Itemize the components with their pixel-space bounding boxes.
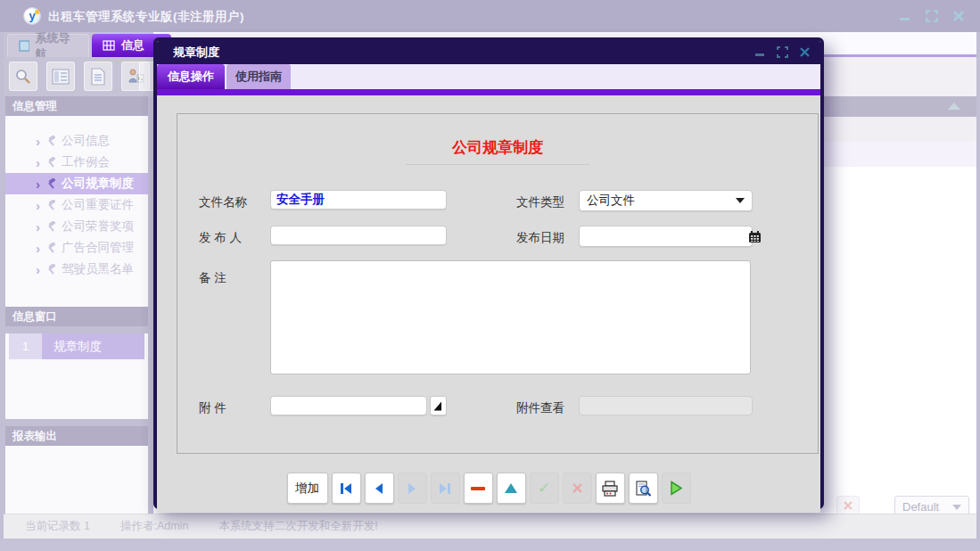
x-icon — [843, 500, 853, 511]
hammer-icon — [45, 264, 56, 275]
print-preview-icon — [634, 481, 652, 497]
window-close-button[interactable] — [950, 7, 968, 25]
open-window-row[interactable]: 1 规章制度 — [5, 333, 148, 359]
print-button[interactable] — [596, 473, 625, 504]
status-message: 本系统支持二次开发和全新开发! — [218, 519, 377, 534]
sidebar-item-label: 驾驶员黑名单 — [62, 261, 134, 277]
app-logo-icon: y — [24, 8, 40, 24]
window-titlebar: y 出租车管理系统专业版(非注册用户) — [0, 0, 980, 32]
sidebar-item-driver-blacklist[interactable]: › 驾驶员黑名单 — [5, 259, 148, 280]
hammer-icon — [45, 157, 56, 168]
publisher-label: 发 布 人 — [199, 230, 242, 246]
status-record-count: 当前记录数 1 — [25, 519, 90, 534]
attachment-browse-button[interactable] — [430, 396, 447, 415]
sidebar-item-company-awards[interactable]: › 公司荣誉奖项 — [5, 216, 148, 237]
tab-label: 信息操作 — [168, 69, 214, 85]
dialog-content: 公司规章制度 文件名称 文件类型 公司文件 发 布 人 发布日期 备 — [157, 95, 820, 513]
status-operator: 操作者:Admin — [120, 519, 188, 534]
sidebar-item-ad-contracts[interactable]: › 广告合同管理 — [5, 237, 148, 259]
next-record-button[interactable] — [398, 473, 427, 504]
search-icon — [14, 68, 32, 86]
sidebar-panel-header-report-output[interactable]: 报表输出 — [5, 426, 148, 446]
accent-bar — [157, 89, 820, 95]
window-minimize-button[interactable] — [896, 7, 914, 25]
window-pane-icon — [19, 40, 29, 52]
tab-system-navigation[interactable]: 系统导航 — [7, 34, 89, 57]
window-maximize-button[interactable] — [923, 7, 941, 25]
calendar-icon — [748, 230, 762, 243]
document-button[interactable] — [84, 62, 112, 91]
file-type-select[interactable]: 公司文件 — [579, 190, 753, 211]
sidebar: 信息管理 › 公司信息 › 工作例会 › 公司规章制度 › 公司重要证件 — [5, 96, 148, 539]
first-record-button[interactable] — [332, 473, 361, 504]
report-button[interactable] — [46, 62, 75, 91]
attachment-input[interactable] — [270, 396, 427, 415]
chevron-right-icon: › — [36, 242, 40, 255]
cancel-button[interactable] — [563, 473, 592, 504]
chevron-right-icon: › — [36, 199, 40, 212]
window-bottom-edge — [0, 539, 980, 551]
tab-info-operation[interactable]: 信息操作 — [157, 64, 225, 89]
sidebar-item-work-meeting[interactable]: › 工作例会 — [5, 152, 148, 173]
hammer-icon — [45, 221, 56, 232]
cancel-x-icon — [572, 482, 583, 494]
application-window: y 出租车管理系统专业版(非注册用户) 系统导航 信息 — [0, 0, 980, 551]
dialog-minimize-button[interactable] — [753, 45, 767, 59]
confirm-check-icon: ✓ — [538, 479, 550, 498]
run-play-icon — [669, 481, 683, 496]
last-record-button[interactable] — [431, 473, 460, 504]
calendar-button[interactable] — [748, 226, 762, 246]
delete-record-button[interactable] — [464, 473, 493, 504]
chevron-right-icon: › — [36, 156, 40, 169]
panel-title: 信息管理 — [12, 99, 57, 114]
sidebar-panel-header-info-windows[interactable]: 信息窗口 — [5, 307, 148, 326]
attachment-label: 附 件 — [199, 400, 226, 416]
run-button[interactable] — [662, 473, 691, 504]
file-name-input[interactable] — [270, 190, 447, 210]
print-preview-button[interactable] — [629, 473, 658, 504]
edit-record-button[interactable] — [497, 473, 526, 504]
tab-user-guide[interactable]: 使用指南 — [226, 64, 291, 89]
dialog-close-button[interactable] — [797, 45, 811, 59]
search-button[interactable] — [9, 62, 37, 91]
open-window-index: 1 — [9, 333, 42, 359]
open-window-label: 规章制度 — [42, 333, 144, 359]
confirm-button[interactable]: ✓ — [530, 473, 559, 504]
chevron-down-icon — [952, 505, 961, 510]
collapse-up-icon[interactable] — [948, 103, 960, 110]
chevron-right-icon: › — [36, 220, 40, 234]
remarks-textarea[interactable] — [270, 260, 751, 374]
status-bar: 当前记录数 1 操作者:Admin 本系统支持二次开发和全新开发! — [4, 514, 976, 539]
next-record-icon — [407, 483, 417, 494]
panel-title: 报表输出 — [12, 429, 57, 444]
style-select-value: Default — [902, 500, 939, 514]
publish-date-input[interactable] — [580, 227, 748, 245]
dialog-tab-strip: 信息操作 使用指南 — [157, 64, 820, 89]
sidebar-item-company-certificates[interactable]: › 公司重要证件 — [5, 194, 148, 216]
dialog-maximize-button[interactable] — [775, 45, 789, 59]
file-type-value: 公司文件 — [587, 193, 635, 209]
prev-record-button[interactable] — [365, 473, 394, 504]
record-toolbar: 增加 ✓ — [157, 473, 820, 504]
browse-triangle-icon — [433, 401, 443, 411]
grid-icon — [103, 40, 115, 51]
chevron-right-icon: › — [36, 135, 40, 148]
attachment-view-input — [579, 396, 753, 415]
sidebar-panel-body: 1 规章制度 — [5, 333, 148, 419]
add-button[interactable]: 增加 — [287, 473, 328, 504]
prev-record-icon — [374, 483, 384, 494]
sidebar-item-label: 公司荣誉奖项 — [62, 218, 134, 234]
publish-date-label: 发布日期 — [516, 230, 564, 246]
sidebar-item-company-rules[interactable]: › 公司规章制度 — [5, 173, 148, 194]
edit-up-icon — [505, 483, 517, 493]
clear-button[interactable] — [836, 496, 860, 515]
form-heading: 公司规章制度 — [406, 137, 589, 165]
sidebar-panel-header-info-mgmt[interactable]: 信息管理 — [5, 96, 148, 116]
publisher-input[interactable] — [270, 226, 447, 245]
hammer-icon — [45, 243, 56, 253]
chevron-right-icon: › — [36, 177, 40, 191]
hammer-icon — [45, 178, 56, 189]
file-name-label: 文件名称 — [199, 194, 247, 210]
hammer-icon — [45, 200, 56, 210]
sidebar-item-company-info[interactable]: › 公司信息 — [5, 130, 148, 152]
